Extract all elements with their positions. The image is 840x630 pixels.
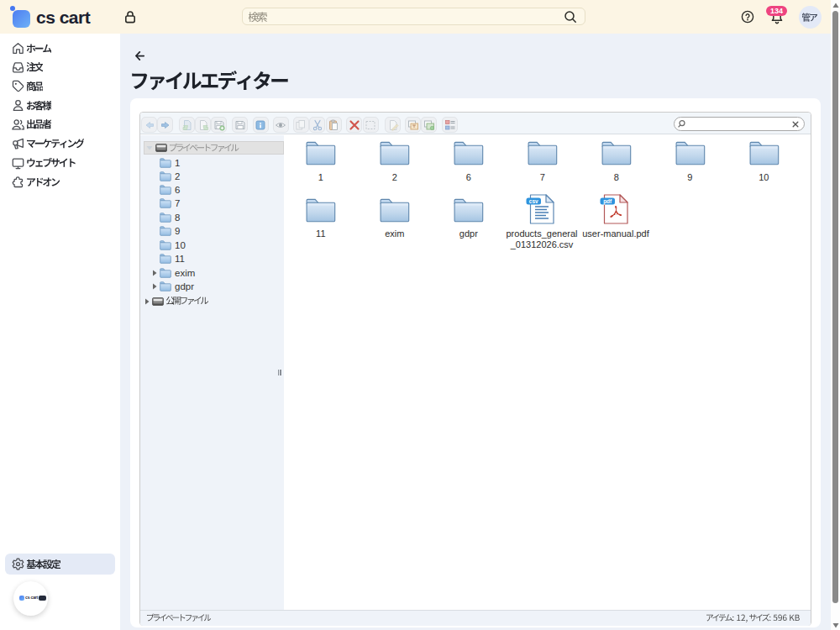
svg-text:csv: csv [529, 198, 538, 204]
svg-text:pdf: pdf [603, 198, 612, 205]
